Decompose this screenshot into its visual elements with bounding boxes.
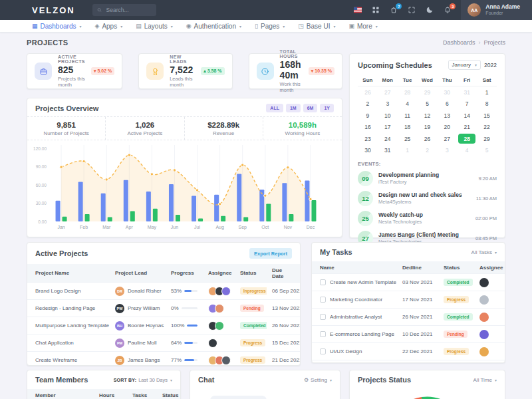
task-assignee (474, 326, 505, 343)
chevron-down-icon: ▾ (376, 24, 378, 29)
task-assignee (474, 274, 505, 291)
task-row: E-commerce Landing Page10 Dec 2021Pendin… (312, 326, 505, 343)
overview-stat-value: $228.89k (185, 121, 263, 129)
calendar-weekdays: SunMonTueWedThuFriSat (358, 75, 497, 86)
user-menu[interactable]: AA Anna Adame Founder (461, 0, 532, 20)
active-projects-title: Active Projects (35, 249, 88, 257)
project-name: Redesign - Landing Page (27, 300, 110, 317)
calendar-day-28-selected[interactable]: 28 (457, 133, 477, 145)
calendar-day-6[interactable]: 6 (437, 98, 457, 110)
calendar-day-29[interactable]: 29 (418, 86, 438, 98)
app-logo[interactable]: VELZON (32, 5, 75, 15)
calendar-day-7[interactable]: 7 (457, 98, 477, 110)
task-title: UI/UX Design (330, 348, 362, 354)
calendar-day-10[interactable]: 10 (378, 110, 398, 122)
calendar-day-17[interactable]: 17 (378, 122, 398, 134)
calendar-day-27[interactable]: 27 (378, 86, 398, 98)
apps-grid-button[interactable] (372, 6, 380, 14)
search-input[interactable] (105, 6, 152, 14)
calendar-day-3[interactable]: 3 (378, 98, 398, 110)
calendar-day-30[interactable]: 30 (358, 145, 378, 157)
event-organization: Meta4Systems (378, 199, 471, 205)
calendar-day-26[interactable]: 26 (418, 133, 438, 145)
task-checkbox[interactable] (320, 331, 326, 337)
calendar-day-1[interactable]: 1 (477, 86, 497, 98)
tasks-filter-value: All Tasks (471, 249, 492, 255)
calendar-day-26[interactable]: 26 (358, 86, 378, 98)
calendar-day-31[interactable]: 31 (378, 145, 398, 157)
language-flag-button[interactable] (354, 6, 362, 14)
calendar-day-15[interactable]: 15 (477, 110, 497, 122)
nav-item-layouts[interactable]: ▤Layouts▾ (136, 23, 173, 30)
project-lead: DRDonald Risher (110, 283, 166, 300)
nav-item-apps[interactable]: ◈Apps▾ (94, 23, 122, 30)
range-button-6m[interactable]: 6M (303, 104, 318, 112)
stat-value: 7,522 (170, 65, 195, 75)
calendar-day-5[interactable]: 5 (477, 145, 497, 157)
range-button-all[interactable]: ALL (266, 104, 283, 112)
calendar-day-2[interactable]: 2 (418, 145, 438, 157)
calendar-day-29[interactable]: 29 (477, 133, 497, 145)
task-checkbox[interactable] (320, 314, 326, 320)
nav-item-base-ui[interactable]: ◳Base UI▾ (298, 23, 335, 30)
calendar-day-22[interactable]: 22 (477, 122, 497, 134)
svg-text:Feb: Feb (80, 225, 88, 229)
range-button-1m[interactable]: 1M (286, 104, 301, 112)
notifications-button[interactable]: 3 (444, 6, 452, 14)
chat-settings-dropdown[interactable]: ⚙ Setting ▾ (304, 377, 332, 383)
event-item: 25Weekly catch-upNesta Technologies02:00… (358, 208, 497, 228)
calendar-day-4[interactable]: 4 (398, 98, 418, 110)
overview-stat-value: 1,026 (106, 121, 184, 129)
calendar-day-12[interactable]: 12 (418, 110, 438, 122)
tasks-filter-dropdown[interactable]: All Tasks ▾ (471, 249, 497, 255)
nav-item-pages[interactable]: ▯Pages▾ (255, 23, 285, 30)
team-sort-dropdown[interactable]: SORT BY: Last 30 Days ▾ (114, 377, 172, 383)
calendar-day-28[interactable]: 28 (398, 86, 418, 98)
chevron-down-icon: ▾ (475, 63, 477, 67)
calendar-day-24[interactable]: 24 (378, 133, 398, 145)
stat-caption: Work this month (280, 81, 303, 93)
avatar (479, 278, 489, 287)
calendar-day-27[interactable]: 27 (437, 133, 457, 145)
overview-chart-container: JanFebMarAprMayJunJulAugSepOctNovDec0.00… (27, 140, 342, 237)
range-button-1y[interactable]: 1Y (320, 104, 334, 112)
calendar-day-16[interactable]: 16 (358, 122, 378, 134)
nav-item-dashboards[interactable]: ▦Dashboards▾ (32, 23, 81, 30)
task-checkbox[interactable] (320, 348, 326, 354)
calendar-day-1[interactable]: 1 (398, 145, 418, 157)
nav-item-authentication[interactable]: ◉Authentication▾ (186, 23, 241, 30)
calendar-day-8[interactable]: 8 (477, 98, 497, 110)
month-select[interactable]: January ▾ (448, 60, 481, 70)
calendar-day-13[interactable]: 13 (437, 110, 457, 122)
calendar-day-4[interactable]: 4 (457, 145, 477, 157)
task-checkbox[interactable] (320, 297, 326, 303)
avatar (221, 356, 231, 365)
calendar-day-5[interactable]: 5 (418, 98, 438, 110)
calendar-day-2[interactable]: 2 (358, 98, 378, 110)
status-filter-dropdown[interactable]: All Time ▾ (473, 377, 497, 383)
svg-text:60.00: 60.00 (36, 183, 47, 188)
calendar-day-18[interactable]: 18 (398, 122, 418, 134)
fullscreen-button[interactable] (408, 6, 416, 14)
task-checkbox[interactable] (320, 279, 326, 285)
cart-button[interactable]: 7 (390, 6, 398, 14)
calendar-day-11[interactable]: 11 (398, 110, 418, 122)
project-due-date: 21 Dec 2021 (267, 352, 300, 366)
calendar-day-20[interactable]: 20 (437, 122, 457, 134)
calendar-day-14[interactable]: 14 (457, 110, 477, 122)
calendar-day-21[interactable]: 21 (457, 122, 477, 134)
calendar-day-23[interactable]: 23 (358, 133, 378, 145)
dark-mode-button[interactable] (426, 6, 434, 14)
nav-item-more[interactable]: ▣More▾ (348, 23, 377, 30)
calendar-day-3[interactable]: 3 (437, 145, 457, 157)
project-progress: 77% (166, 352, 203, 366)
calendar-day-9[interactable]: 9 (358, 110, 378, 122)
breadcrumb-dashboards[interactable]: Dashboards (443, 39, 475, 46)
calendar-day-31[interactable]: 31 (457, 86, 477, 98)
calendar-day-30[interactable]: 30 (437, 86, 457, 98)
stat-label: NEW LEADS (170, 55, 195, 64)
export-report-button[interactable]: Export Report (249, 248, 292, 259)
calendar-day-25[interactable]: 25 (398, 133, 418, 145)
more-icon: ▣ (348, 23, 354, 29)
calendar-day-19[interactable]: 19 (418, 122, 438, 134)
